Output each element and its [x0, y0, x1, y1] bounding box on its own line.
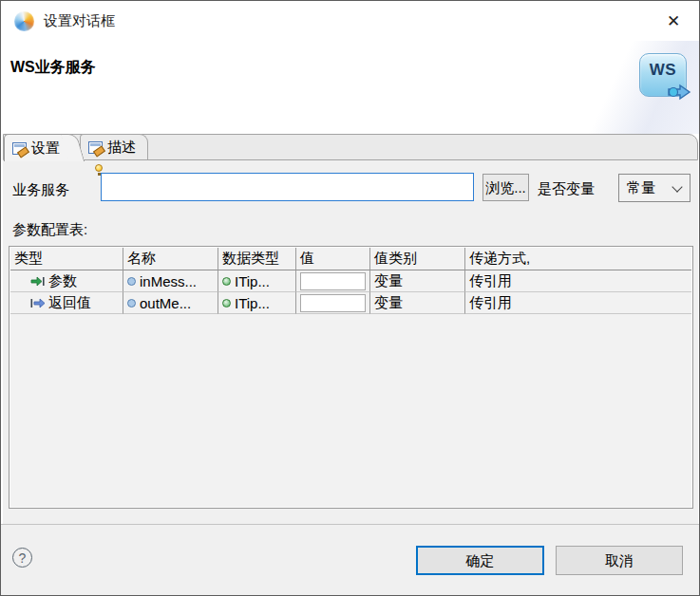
table-row[interactable]: 参数 inMess... ITip... 变量 传引用: [10, 270, 691, 292]
variable-mode-value: 常量: [627, 179, 655, 197]
row-value-category: 变量: [370, 270, 465, 292]
col-value-category[interactable]: 值类别: [370, 248, 465, 270]
button-bar: ? 确定 取消: [1, 524, 699, 596]
app-logo-icon: [14, 11, 34, 31]
variable-dot-icon: [127, 277, 136, 286]
ws-service-icon: WS: [639, 53, 687, 97]
value-edit-box[interactable]: [300, 272, 366, 290]
return-value-icon: [30, 298, 45, 308]
tab-settings-label: 设置: [31, 140, 60, 158]
col-name[interactable]: 名称: [123, 248, 218, 270]
col-type[interactable]: 类型: [10, 248, 123, 270]
row-pass-mode: 传引用: [465, 292, 691, 314]
col-pass-mode[interactable]: 传递方式,: [465, 248, 691, 270]
ws-arrow-icon: [667, 84, 691, 101]
ws-icon-label: WS: [640, 61, 686, 80]
row-pass-mode: 传引用: [465, 270, 691, 292]
table-row[interactable]: 返回值 outMe... ITip... 变量 传引用: [10, 292, 691, 314]
tab-description-label: 描述: [107, 139, 136, 157]
row-name: outMe...: [140, 295, 191, 311]
value-edit-box[interactable]: [300, 294, 366, 312]
page-title: WS业务服务: [10, 58, 96, 78]
settings-dialog: 设置对话框 ✕ WS业务服务 WS 设置 描述 业务服务 浏览... 是否变量: [0, 0, 700, 596]
row-datatype: ITip...: [235, 295, 270, 311]
browse-button[interactable]: 浏览...: [482, 174, 529, 201]
col-datatype[interactable]: 数据类型: [218, 248, 296, 270]
tab-description[interactable]: 描述: [80, 134, 148, 159]
close-icon[interactable]: ✕: [661, 10, 686, 33]
row-value-category: 变量: [370, 292, 465, 314]
dialog-header: WS业务服务 WS: [1, 41, 699, 134]
tab-strip: 设置 描述: [3, 134, 698, 160]
service-input[interactable]: [101, 173, 474, 201]
content-assist-bulb-icon: [95, 164, 103, 172]
description-tab-icon: [88, 141, 103, 154]
row-type: 参数: [48, 272, 77, 290]
ok-button[interactable]: 确定: [416, 546, 544, 575]
chevron-down-icon: [672, 181, 682, 192]
row-type: 返回值: [48, 294, 91, 312]
settings-panel: 业务服务 浏览... 是否变量 常量 参数配置表: 类型 名称 数据类型 值 值…: [3, 160, 698, 524]
param-table-caption: 参数配置表:: [12, 221, 87, 239]
table-header-row: 类型 名称 数据类型 值 值类别 传递方式,: [10, 248, 691, 270]
type-dot-icon: [222, 299, 231, 307]
col-value[interactable]: 值: [296, 248, 370, 270]
row-datatype: ITip...: [235, 273, 270, 289]
row-name: inMess...: [140, 273, 197, 289]
title-bar: 设置对话框 ✕: [1, 1, 699, 41]
is-variable-label: 是否变量: [538, 180, 595, 198]
variable-mode-select[interactable]: 常量: [618, 174, 691, 202]
parameter-table: 类型 名称 数据类型 值 值类别 传递方式, 参数: [9, 246, 693, 509]
cancel-button[interactable]: 取消: [556, 546, 683, 575]
param-in-icon: [30, 276, 45, 287]
type-dot-icon: [222, 277, 231, 286]
window-title: 设置对话框: [44, 12, 115, 30]
service-label: 业务服务: [12, 181, 69, 199]
help-icon[interactable]: ?: [12, 548, 32, 568]
tab-settings[interactable]: 设置: [4, 134, 71, 161]
variable-dot-icon: [127, 299, 136, 307]
settings-tab-icon: [12, 142, 27, 155]
